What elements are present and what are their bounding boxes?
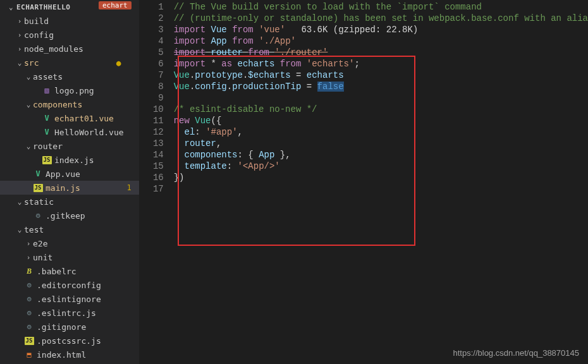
tree-folder[interactable]: ⌄router bbox=[0, 139, 139, 153]
code-line[interactable]: new Vue({ bbox=[174, 115, 588, 126]
tree-file[interactable]: ⚙.gitignore bbox=[0, 320, 139, 334]
chevron-right-icon: › bbox=[15, 17, 24, 25]
code-line[interactable]: }) bbox=[174, 172, 588, 183]
tree-folder[interactable]: ⌄static bbox=[0, 195, 139, 209]
chevron-down-icon: ⌄ bbox=[24, 142, 33, 150]
tree-file[interactable]: B.babelrc bbox=[0, 264, 139, 278]
image-icon: ▧ bbox=[42, 85, 52, 95]
gear-icon: ⚙ bbox=[33, 210, 43, 221]
app-root: ⌄ ECHARTHHELLO echart ›build›config›node… bbox=[0, 0, 588, 364]
tree-folder[interactable]: ›build bbox=[0, 14, 139, 28]
vue-icon: V bbox=[33, 169, 43, 179]
tree-file[interactable]: Vechart01.vue bbox=[0, 111, 139, 125]
code-line[interactable]: router, bbox=[174, 138, 588, 149]
tree-item-label: .editorconfig bbox=[37, 281, 101, 290]
tree-item-label: assets bbox=[33, 72, 63, 82]
code-line[interactable]: import * as echarts from 'echarts'; bbox=[174, 58, 588, 70]
tree-item-label: .eslintignore bbox=[37, 294, 101, 304]
tree-file[interactable]: ⚙.editorconfig bbox=[0, 278, 139, 292]
chevron-down-icon: ⌄ bbox=[24, 73, 33, 81]
project-header[interactable]: ⌄ ECHARTHHELLO echart bbox=[0, 0, 139, 14]
tree-item-label: static bbox=[24, 197, 54, 207]
tree-folder[interactable]: ⌄assets bbox=[0, 70, 139, 83]
line-number: 11 bbox=[139, 115, 164, 126]
gear-icon: ⚙ bbox=[24, 308, 34, 318]
code-area[interactable]: // The Vue build version to load with th… bbox=[174, 0, 588, 364]
tree-item-label: node_modules bbox=[24, 44, 83, 54]
code-line[interactable]: import App from './App' bbox=[174, 35, 588, 47]
vue-icon: V bbox=[42, 127, 52, 137]
line-number: 10 bbox=[139, 104, 164, 115]
tree-item-label: components bbox=[33, 100, 82, 109]
code-line[interactable]: components: { App }, bbox=[174, 149, 588, 161]
tree-item-label: logo.png bbox=[54, 86, 94, 95]
tree-file[interactable]: ▧logo.png bbox=[0, 83, 139, 97]
tree-file[interactable]: VHelloWorld.vue bbox=[0, 125, 139, 139]
tree-file[interactable]: ⬒index.html bbox=[0, 348, 139, 361]
line-number: 5 bbox=[139, 47, 164, 58]
line-number: 7 bbox=[139, 70, 164, 81]
chevron-right-icon: › bbox=[24, 240, 33, 248]
code-line[interactable] bbox=[174, 92, 588, 104]
tree-folder[interactable]: ⌄components bbox=[0, 97, 139, 111]
line-number: 16 bbox=[139, 172, 164, 183]
tree-folder[interactable]: ›unit bbox=[0, 250, 139, 264]
tree-item-label: HelloWorld.vue bbox=[54, 128, 124, 137]
tree-item-label: router bbox=[33, 142, 63, 151]
chevron-down-icon: ⌄ bbox=[9, 3, 15, 11]
tree-file[interactable]: JSindex.js bbox=[0, 153, 139, 167]
line-number: 17 bbox=[139, 183, 164, 195]
tree-file[interactable]: VApp.vue bbox=[0, 167, 139, 181]
tree-folder[interactable]: ⌄src● bbox=[0, 56, 139, 70]
js-icon: JS bbox=[24, 336, 34, 346]
tree-item-label: .gitkeep bbox=[46, 211, 85, 221]
line-number: 14 bbox=[139, 149, 164, 161]
vue-icon: V bbox=[42, 113, 52, 123]
tree-file[interactable]: ⚙.eslintignore bbox=[0, 292, 139, 306]
tree-item-label: .eslintrc.js bbox=[37, 308, 96, 318]
chevron-down-icon: ⌄ bbox=[24, 100, 33, 109]
js-icon: JS bbox=[42, 155, 52, 165]
tree-file[interactable]: JS.postcssrc.js bbox=[0, 334, 139, 348]
problems-count: 1 bbox=[126, 183, 131, 192]
tree-folder[interactable]: ⌄test bbox=[0, 222, 139, 236]
git-branch-badge[interactable]: echart bbox=[99, 1, 132, 9]
html-icon: ⬒ bbox=[24, 349, 34, 360]
tree-folder[interactable]: ›config bbox=[0, 28, 139, 42]
tree-item-label: App.vue bbox=[46, 169, 80, 179]
line-number: 3 bbox=[139, 24, 164, 35]
tree-file[interactable]: JSmain.js1 bbox=[0, 181, 139, 195]
line-number: 9 bbox=[139, 92, 164, 104]
chevron-right-icon: › bbox=[15, 31, 24, 39]
code-line[interactable]: import Vue from 'vue' 63.6K (gzipped: 22… bbox=[174, 24, 588, 35]
tree-item-label: .postcssrc.js bbox=[37, 336, 101, 346]
code-line[interactable] bbox=[174, 183, 588, 195]
code-line[interactable]: // (runtime-only or standalone) has been… bbox=[174, 13, 588, 24]
code-line[interactable]: // The Vue build version to load with th… bbox=[174, 1, 588, 13]
code-line[interactable]: /* eslint-disable no-new */ bbox=[174, 104, 588, 115]
code-line[interactable]: template: '<App/>' bbox=[174, 161, 588, 172]
line-number: 4 bbox=[139, 35, 164, 47]
tree-file[interactable]: ⚙.gitkeep bbox=[0, 209, 139, 222]
tree-item-label: echart01.vue bbox=[54, 114, 114, 123]
tree-item-label: e2e bbox=[33, 239, 47, 248]
tree-file[interactable]: ⚙.eslintrc.js bbox=[0, 306, 139, 320]
code-line[interactable]: Vue.config.productionTip = false bbox=[174, 81, 588, 92]
line-number: 13 bbox=[139, 138, 164, 149]
tree-folder[interactable]: ›node_modules bbox=[0, 42, 139, 56]
tree-item-label: src bbox=[24, 58, 39, 68]
tree-item-label: config bbox=[24, 30, 54, 40]
tree-item-label: build bbox=[24, 16, 49, 26]
tree-folder[interactable]: ›e2e bbox=[0, 236, 139, 250]
code-editor[interactable]: 1234567891011121314151617 // The Vue bui… bbox=[139, 0, 588, 364]
line-number-gutter: 1234567891011121314151617 bbox=[139, 0, 174, 364]
chevron-down-icon: ⌄ bbox=[15, 59, 24, 67]
line-number: 1 bbox=[139, 1, 164, 13]
code-line[interactable]: Vue.prototype.$echarts = echarts bbox=[174, 70, 588, 81]
tree-item-label: main.js bbox=[46, 183, 80, 193]
code-line[interactable]: import router from './router' bbox=[174, 47, 588, 58]
code-line[interactable]: el: '#app', bbox=[174, 126, 588, 138]
tree-item-label: index.js bbox=[54, 155, 94, 165]
chevron-down-icon: ⌄ bbox=[15, 226, 24, 234]
tree-item-label: .gitignore bbox=[37, 322, 86, 332]
